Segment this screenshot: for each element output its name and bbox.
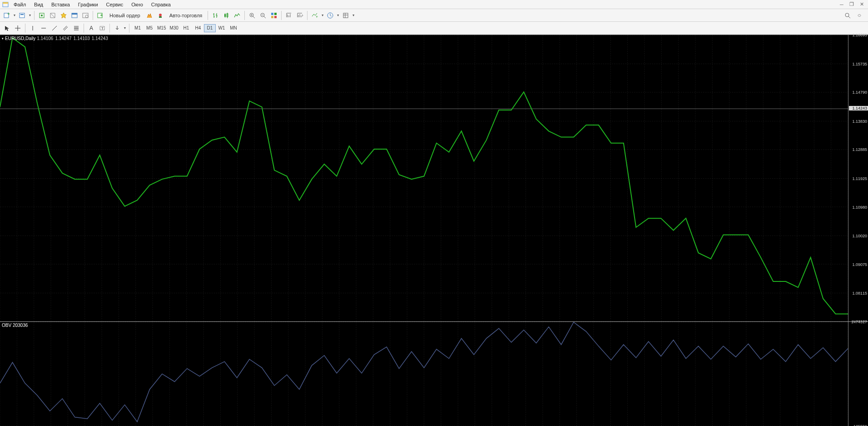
new-chart-icon[interactable]: + xyxy=(2,10,12,20)
text-label-icon[interactable]: T xyxy=(97,23,107,33)
periodicity-icon[interactable] xyxy=(325,10,335,20)
equidistant-channel-icon[interactable] xyxy=(60,23,70,33)
timeframe-h4[interactable]: H4 xyxy=(192,24,204,32)
svg-rect-4 xyxy=(20,13,25,18)
timeframe-m15[interactable]: M15 xyxy=(155,24,168,32)
indicator-chart[interactable]: OBV 203036 1474317125559 xyxy=(0,321,868,426)
price-axis: 1.166951.157351.147901.138301.128851.119… xyxy=(848,35,868,321)
collapse-icon[interactable]: ▾ xyxy=(2,37,4,40)
dropdown-icon[interactable]: ▼ xyxy=(13,14,16,17)
menu-help[interactable]: Справка xyxy=(148,1,174,8)
search-icon[interactable] xyxy=(843,10,853,20)
menu-service[interactable]: Сервис xyxy=(103,1,127,8)
indicator-label: OBV 203036 xyxy=(2,323,28,328)
new-order-icon[interactable]: + xyxy=(95,10,105,20)
vertical-line-icon[interactable] xyxy=(28,23,38,33)
axis-tick: 1.13830 xyxy=(849,119,867,124)
text-icon[interactable]: A xyxy=(86,23,96,33)
svg-rect-26 xyxy=(343,13,348,18)
svg-text:+: + xyxy=(7,12,10,16)
axis-tick: 1.14790 xyxy=(849,90,867,95)
timeframe-mn[interactable]: MN xyxy=(228,24,239,32)
axis-tick: 1474317 xyxy=(849,320,867,324)
chart-container: ▾ EURUSD,Daily 1.141061.142471.141031.14… xyxy=(0,35,868,426)
fibonacci-icon[interactable] xyxy=(71,23,81,33)
horizontal-line-icon[interactable] xyxy=(39,23,49,33)
symbol-label: EURUSD,Daily xyxy=(5,36,35,41)
indicators-icon[interactable]: + xyxy=(310,10,320,20)
profiles-icon[interactable] xyxy=(17,10,27,20)
svg-text:+: + xyxy=(316,15,318,19)
timeframe-w1[interactable]: W1 xyxy=(216,24,228,32)
menu-view[interactable]: Вид xyxy=(30,1,47,8)
timeframes-group: M1M5M15M30H1H4D1W1MN xyxy=(132,24,239,32)
strategy-tester-icon[interactable] xyxy=(80,10,90,20)
menu-file[interactable]: Файл xyxy=(10,1,30,8)
crosshair-icon[interactable] xyxy=(13,23,23,33)
dropdown-icon[interactable]: ▼ xyxy=(321,14,324,17)
svg-rect-21 xyxy=(274,13,277,15)
axis-tick: 1.10980 xyxy=(849,205,867,210)
timeframe-m5[interactable]: M5 xyxy=(144,24,155,32)
dropdown-icon[interactable]: ▼ xyxy=(336,14,340,17)
price-chart[interactable]: ▾ EURUSD,Daily 1.141061.142471.141031.14… xyxy=(0,35,868,321)
templates-icon[interactable] xyxy=(341,10,351,20)
minimize-icon[interactable]: ─ xyxy=(837,1,846,8)
arrows-icon[interactable] xyxy=(112,23,122,33)
trendline-icon[interactable] xyxy=(50,23,60,33)
timeframe-d1[interactable]: D1 xyxy=(204,24,216,32)
expert-advisors-icon[interactable] xyxy=(155,10,165,20)
dropdown-icon[interactable]: ▼ xyxy=(352,14,355,17)
link-icon[interactable] xyxy=(854,10,864,20)
zoom-out-icon[interactable] xyxy=(258,10,268,20)
svg-rect-1 xyxy=(3,2,8,4)
chart-title: ▾ EURUSD,Daily 1.141061.142471.141031.14… xyxy=(2,36,108,41)
timeframe-h1[interactable]: H1 xyxy=(180,24,192,32)
bar-chart-icon[interactable] xyxy=(210,10,220,20)
menu-insert[interactable]: Вставка xyxy=(48,1,74,8)
auto-scroll-icon[interactable] xyxy=(295,10,305,20)
cursor-icon[interactable] xyxy=(2,23,12,33)
zoom-in-icon[interactable] xyxy=(247,10,257,20)
indicator-title: OBV 203036 xyxy=(2,323,28,328)
svg-rect-22 xyxy=(271,16,273,18)
navigator-icon[interactable] xyxy=(48,10,58,20)
favorites-icon[interactable] xyxy=(59,10,69,20)
ohlc-values: 1.141061.142471.141031.14243 xyxy=(37,36,108,41)
svg-rect-5 xyxy=(20,14,24,15)
tile-windows-icon[interactable] xyxy=(269,10,279,20)
line-chart-icon[interactable] xyxy=(232,10,242,20)
axis-tick: 125559 xyxy=(849,424,867,426)
svg-rect-23 xyxy=(274,16,277,18)
dropdown-icon[interactable]: ▼ xyxy=(123,26,127,30)
price-line xyxy=(0,35,848,321)
menu-window[interactable]: Окно xyxy=(128,1,147,8)
svg-point-27 xyxy=(845,13,849,17)
shift-chart-icon[interactable] xyxy=(284,10,294,20)
new-order-button[interactable]: Новый ордер xyxy=(106,10,144,20)
svg-point-7 xyxy=(41,15,43,16)
data-window-icon[interactable] xyxy=(69,10,79,20)
close-icon[interactable]: ✕ xyxy=(857,1,866,8)
app-icon xyxy=(2,1,9,8)
toolbar-main: + ▼ ▼ + Новый ордер Авто-торговля + ▼ ▼ … xyxy=(0,9,868,22)
svg-point-14 xyxy=(159,14,162,16)
dropdown-icon[interactable]: ▼ xyxy=(28,14,32,17)
autotrade-button[interactable]: Авто-торговля xyxy=(166,10,206,20)
menu-charts[interactable]: Графики xyxy=(74,1,102,8)
svg-rect-20 xyxy=(271,13,273,15)
axis-tick: 1.11925 xyxy=(849,176,867,181)
menubar: Файл Вид Вставка Графики Сервис Окно Спр… xyxy=(0,0,868,9)
axis-tick: 1.10020 xyxy=(849,234,867,238)
metatrader-icon[interactable] xyxy=(144,10,154,20)
axis-tick: 1.12885 xyxy=(849,147,867,152)
market-watch-icon[interactable] xyxy=(37,10,47,20)
current-price-label: 1.14243 xyxy=(849,106,868,110)
timeframe-m30[interactable]: M30 xyxy=(168,24,180,32)
toolbar-drawing: A T ▼ M1M5M15M30H1H4D1W1MN xyxy=(0,22,868,35)
axis-tick: 1.16695 xyxy=(849,33,867,37)
restore-icon[interactable]: ❐ xyxy=(847,1,856,8)
timeframe-m1[interactable]: M1 xyxy=(132,24,144,32)
indicator-axis: 1474317125559 xyxy=(848,322,868,426)
candle-chart-icon[interactable] xyxy=(221,10,231,20)
